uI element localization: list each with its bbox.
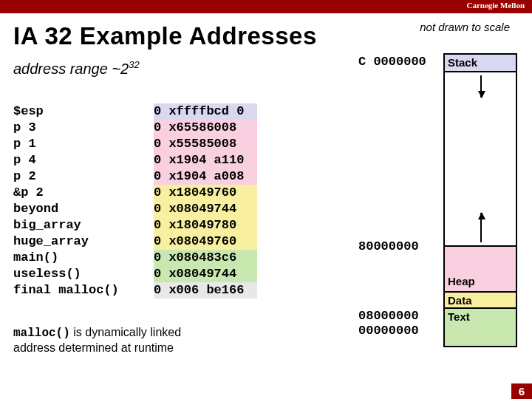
symbol-addr: 0 x18049780 [154, 217, 257, 233]
address-range-label: address range ~232 [13, 59, 140, 78]
symbol-addr: 0 x080483c6 [154, 250, 257, 266]
addr-mid: 80000000 [358, 239, 419, 253]
symbol-addr: 0 x08049744 [154, 201, 257, 217]
symbol-name: final malloc() [13, 282, 154, 299]
symbol-name: useless() [13, 266, 154, 282]
symbol-name: $esp [13, 103, 154, 120]
table-row: huge_array0 x08049760 [13, 233, 257, 250]
table-row: p 40 x1904 a110 [13, 152, 257, 168]
memory-diagram: C 0000000 Stack 80000000 Heap Data Text … [366, 53, 517, 364]
symbol-addr: 0 x65586008 [154, 120, 257, 136]
symbol-name: huge_array [13, 233, 154, 250]
symbol-addr: 0 x006 be166 [154, 282, 257, 299]
symbol-addr: 0 x55585008 [154, 136, 257, 152]
table-row: big_array0 x18049780 [13, 217, 257, 233]
address-table: $esp0 xffffbcd 0p 30 x65586008p 10 x5558… [13, 103, 257, 299]
symbol-name: beyond [13, 201, 154, 217]
table-row: p 10 x55585008 [13, 136, 257, 152]
symbol-name: big_array [13, 217, 154, 233]
page-number: 6 [511, 383, 532, 399]
arrow-down-icon [480, 75, 482, 98]
symbol-addr: 0 x08049744 [154, 266, 257, 282]
table-row: useless()0 x08049744 [13, 266, 257, 282]
region-text: Text [443, 307, 517, 347]
table-row: main()0 x080483c6 [13, 250, 257, 266]
symbol-name: p 4 [13, 152, 154, 168]
slide-title: IA 32 Example Addresses [13, 22, 317, 50]
institution-label: Carnegie Mellon [466, 1, 525, 10]
symbol-addr: 0 x18049760 [154, 185, 257, 201]
symbol-name: p 2 [13, 168, 154, 185]
malloc-note: malloc() is dynamically linked address d… [13, 325, 181, 355]
table-row: p 20 x1904 a008 [13, 168, 257, 185]
region-stack: Stack [443, 53, 517, 72]
addr-top: C 0000000 [358, 55, 426, 69]
table-row: beyond0 x08049744 [13, 201, 257, 217]
region-data: Data [443, 291, 517, 309]
table-row: $esp0 xffffbcd 0 [13, 103, 257, 120]
table-row: final malloc()0 x006 be166 [13, 282, 257, 299]
symbol-addr: 0 xffffbcd 0 [154, 103, 257, 120]
addr-low1: 08000000 [358, 309, 419, 323]
addr-low2: 00000000 [358, 324, 419, 338]
symbol-addr: 0 x1904 a110 [154, 152, 257, 168]
symbol-name: p 1 [13, 136, 154, 152]
symbol-name: &p 2 [13, 185, 154, 201]
arrow-up-icon [480, 213, 482, 242]
table-row: p 30 x65586008 [13, 120, 257, 136]
symbol-addr: 0 x1904 a008 [154, 168, 257, 185]
symbol-name: main() [13, 250, 154, 266]
region-heap: Heap [443, 245, 517, 293]
table-row: &p 20 x18049760 [13, 185, 257, 201]
scale-note: not drawn to scale [420, 21, 510, 33]
symbol-addr: 0 x08049760 [154, 233, 257, 250]
symbol-name: p 3 [13, 120, 154, 136]
